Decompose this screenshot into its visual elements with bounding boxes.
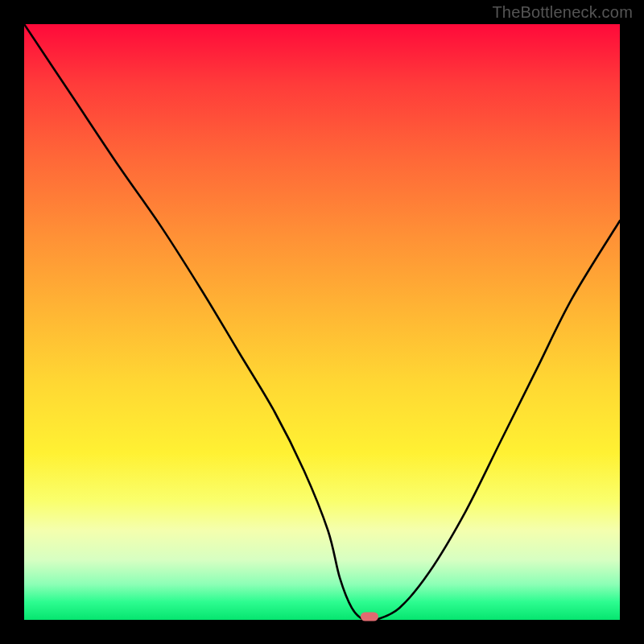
watermark-label: TheBottleneck.com <box>492 3 633 22</box>
plot-area <box>24 24 620 620</box>
bottleneck-curve <box>24 24 620 620</box>
chart-frame: TheBottleneck.com <box>0 0 644 644</box>
optimum-marker <box>361 613 378 621</box>
